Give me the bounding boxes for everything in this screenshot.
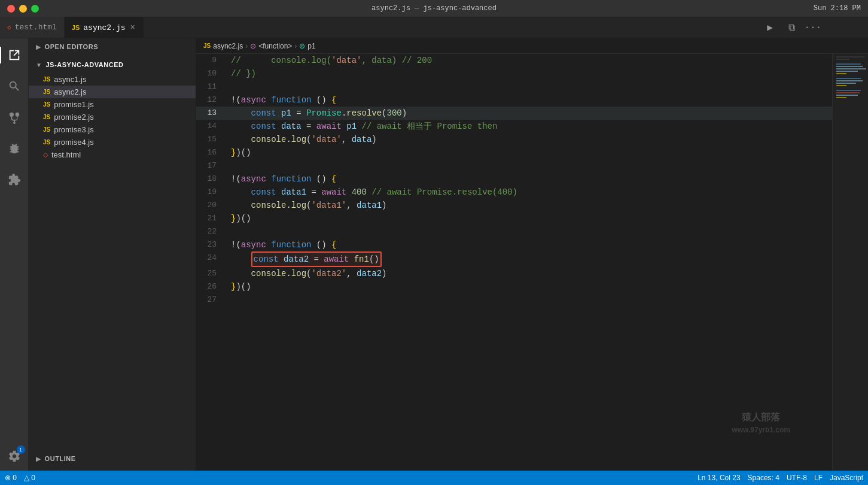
file-async1[interactable]: JS async1.js <box>29 73 196 86</box>
code-line-24: 24 const data2 = await fn1() <box>196 251 832 267</box>
line-number: 20 <box>196 199 226 212</box>
code-line-19: 19 const data1 = await 400 // await Prom… <box>196 186 832 199</box>
code-line-11: 11 <box>196 80 832 93</box>
tab-async2-js[interactable]: JS async2.js × <box>65 17 144 38</box>
breadcrumb-item-function[interactable]: ⊙ <function> <box>250 42 292 50</box>
line-number: 18 <box>196 172 226 186</box>
outline-header[interactable]: ▶ OUTLINE <box>29 450 196 467</box>
folder-label: JS-ASYNC-ADVANCED <box>45 61 123 68</box>
code-content: 9 // console.log('data', data) // 200 10… <box>196 54 832 319</box>
line-content: const data = await p1 // await 相当于 Promi… <box>226 120 832 133</box>
spaces-indicator[interactable]: Spaces: 4 <box>748 474 779 482</box>
warnings-count[interactable]: △ 0 <box>24 474 35 482</box>
file-promise3[interactable]: JS promise3.js <box>29 123 196 136</box>
tab-close-button[interactable]: × <box>129 22 136 33</box>
line-content: // console.log('data', data) // 200 <box>226 54 832 67</box>
line-number: 15 <box>196 133 226 146</box>
split-editor-icon[interactable]: ⧉ <box>783 19 800 36</box>
watermark: 猿人部落www.97yrb1.com <box>732 411 790 435</box>
line-number: 24 <box>196 251 226 267</box>
line-number: 21 <box>196 212 226 225</box>
debug-icon[interactable] <box>0 134 29 163</box>
breadcrumb-sep1: › <box>245 42 248 50</box>
line-content: })() <box>226 146 832 159</box>
outline-arrow: ▶ <box>36 456 41 462</box>
filename: async2.js <box>54 87 86 96</box>
titlebar-right: Sun 2:18 PM <box>814 4 861 13</box>
line-number: 22 <box>196 225 226 238</box>
run-code-icon[interactable]: ▶ <box>762 19 778 36</box>
traffic-lights <box>7 5 39 13</box>
js-icon: JS <box>43 76 50 83</box>
open-editors-label: OPEN EDITORS <box>45 43 99 50</box>
line-content <box>226 159 832 172</box>
code-editor[interactable]: 9 // console.log('data', data) // 200 10… <box>196 54 832 471</box>
statusbar: ⊗ 0 △ 0 Ln 13, Col 23 Spaces: 4 UTF-8 LF… <box>0 471 868 485</box>
extensions-icon[interactable] <box>0 165 29 194</box>
minimize-button[interactable] <box>19 5 27 13</box>
file-promise4[interactable]: JS promise4.js <box>29 136 196 148</box>
code-line-18: 18 !(async function () { <box>196 172 832 186</box>
more-actions-icon[interactable]: ··· <box>805 19 821 36</box>
code-line-25: 25 console.log('data2', data2) <box>196 267 832 280</box>
code-line-10: 10 // }) <box>196 67 832 80</box>
js-icon: JS <box>43 89 50 95</box>
line-col-indicator[interactable]: Ln 13, Col 23 <box>698 474 740 482</box>
js-file-icon: JS <box>72 24 80 31</box>
tab-test-html[interactable]: ◇ test.html <box>0 17 65 38</box>
tab-label: test.html <box>15 23 57 32</box>
tabbar: ◇ test.html JS async2.js × ▶ ⧉ ··· <box>0 17 868 38</box>
titlebar: async2.js — js-async-advanced Sun 2:18 P… <box>0 0 868 17</box>
filename: promise2.js <box>54 113 93 122</box>
content-area: ▶ OPEN EDITORS ▼ JS-ASYNC-ADVANCED JS as… <box>0 38 868 471</box>
language-indicator[interactable]: JavaScript <box>830 474 863 482</box>
code-line-15: 15 console.log('data', data) <box>196 133 832 146</box>
window-title: async2.js — js-async-advanced <box>7 4 861 13</box>
encoding-indicator[interactable]: UTF-8 <box>787 474 807 482</box>
minimap-content <box>833 54 868 471</box>
close-button[interactable] <box>7 5 15 13</box>
file-promise2[interactable]: JS promise2.js <box>29 111 196 123</box>
line-number: 25 <box>196 267 226 280</box>
line-content: console.log('data1', data1) <box>226 199 832 212</box>
file-async2[interactable]: JS async2.js <box>29 86 196 98</box>
maximize-button[interactable] <box>31 5 39 13</box>
line-content: !(async function () { <box>226 172 832 186</box>
line-content: !(async function () { <box>226 93 832 107</box>
errors-count[interactable]: ⊗ 0 <box>5 474 17 482</box>
file-promise1[interactable]: JS promise1.js <box>29 98 196 111</box>
search-icon[interactable] <box>0 72 29 101</box>
js-icon: JS <box>43 126 50 133</box>
line-number: 16 <box>196 146 226 159</box>
folder-header[interactable]: ▼ JS-ASYNC-ADVANCED <box>29 56 196 73</box>
line-content <box>226 293 832 307</box>
explorer-icon[interactable] <box>0 41 29 69</box>
line-content: })() <box>226 280 832 293</box>
line-number: 11 <box>196 80 226 93</box>
line-content: const data1 = await 400 // await Promise… <box>226 186 832 199</box>
code-line-27: 27 <box>196 293 832 307</box>
settings-icon[interactable] <box>0 442 29 471</box>
code-line-16: 16 })() <box>196 146 832 159</box>
code-line-14: 14 const data = await p1 // await 相当于 Pr… <box>196 120 832 133</box>
line-number: 19 <box>196 186 226 199</box>
breadcrumb-sep2: › <box>294 42 297 50</box>
open-editors-arrow: ▶ <box>36 44 41 50</box>
code-line-17: 17 <box>196 159 832 172</box>
app: ◇ test.html JS async2.js × ▶ ⧉ ··· <box>0 17 868 485</box>
line-content: })() <box>226 212 832 225</box>
line-number: 23 <box>196 238 226 251</box>
breadcrumb-item-file[interactable]: JS async2.js <box>203 42 243 50</box>
line-ending-indicator[interactable]: LF <box>814 474 823 482</box>
source-control-icon[interactable] <box>0 103 29 132</box>
js-icon: JS <box>43 114 50 120</box>
js-icon: JS <box>43 101 50 108</box>
line-number: 17 <box>196 159 226 172</box>
filename: async1.js <box>54 75 86 84</box>
filename: promise3.js <box>54 125 93 134</box>
line-number: 12 <box>196 93 226 107</box>
file-test-html[interactable]: ◇ test.html <box>29 148 196 161</box>
open-editors-header[interactable]: ▶ OPEN EDITORS <box>29 38 196 55</box>
breadcrumb-item-p1[interactable]: ⊚ p1 <box>299 42 315 50</box>
filename: promise1.js <box>54 100 93 109</box>
